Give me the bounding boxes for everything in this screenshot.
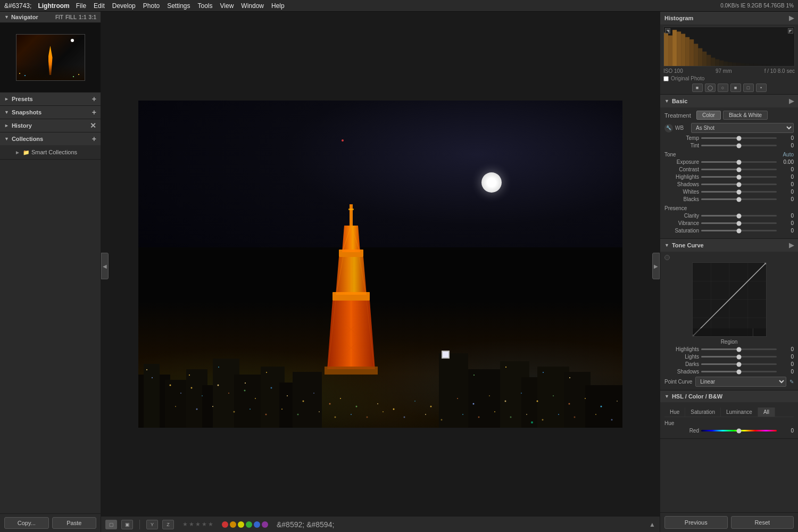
hsl-tab-luminance[interactable]: Luminance bbox=[721, 408, 758, 417]
clarity-slider[interactable] bbox=[701, 215, 777, 217]
menu-photo[interactable]: Photo bbox=[143, 2, 160, 10]
tone-auto-button[interactable]: Auto bbox=[783, 152, 794, 157]
right-panel-toggle[interactable]: ▶ bbox=[652, 253, 660, 279]
whites-slider[interactable] bbox=[701, 191, 777, 193]
hist-mode-4[interactable]: ■ bbox=[730, 84, 741, 92]
histogram-expand[interactable]: ▶ bbox=[789, 14, 794, 22]
highlight-clipping-warning[interactable]: ◤ bbox=[788, 28, 793, 34]
highlights-slider[interactable] bbox=[701, 176, 777, 178]
hsl-tab-saturation[interactable]: Saturation bbox=[685, 408, 721, 417]
blacks-slider[interactable] bbox=[701, 198, 777, 200]
copy-button[interactable]: Copy... bbox=[4, 517, 49, 529]
star-4[interactable]: ★ bbox=[202, 521, 207, 528]
color-label-red[interactable] bbox=[222, 521, 228, 528]
loupe-view-button[interactable]: ▣ bbox=[121, 520, 133, 529]
menu-settings[interactable]: Settings bbox=[167, 2, 190, 10]
point-curve-select[interactable]: Linear Medium Contrast Strong Contrast bbox=[695, 377, 786, 387]
star-1[interactable]: ★ bbox=[182, 521, 188, 528]
presets-label: Presets bbox=[12, 96, 33, 102]
navigator-preview-image[interactable] bbox=[16, 34, 85, 81]
temp-slider[interactable] bbox=[701, 137, 777, 139]
history-header[interactable]: ► History ✕ bbox=[0, 119, 101, 132]
saturation-slider[interactable] bbox=[701, 230, 777, 231]
wb-eyedropper[interactable]: 🔧 bbox=[664, 124, 673, 132]
hist-mode-2[interactable]: ◯ bbox=[705, 84, 716, 92]
nav-prev-arrow[interactable]: &#8592; bbox=[277, 520, 304, 529]
tone-curve-graph[interactable] bbox=[692, 262, 767, 337]
smart-collections-expand[interactable]: ► bbox=[15, 149, 20, 155]
hsl-tab-hue[interactable]: Hue bbox=[664, 408, 685, 417]
menu-develop[interactable]: Develop bbox=[112, 2, 136, 10]
svg-rect-129 bbox=[754, 64, 758, 66]
photo-viewer[interactable] bbox=[101, 12, 660, 516]
shadows-slider[interactable] bbox=[701, 184, 777, 185]
left-panel-toggle[interactable]: ◀ bbox=[101, 253, 109, 279]
collections-add-button[interactable]: + bbox=[92, 135, 96, 143]
tc-shadows-slider[interactable] bbox=[701, 371, 777, 372]
fit-option-1-1[interactable]: 1:1 bbox=[79, 14, 86, 20]
history-clear-button[interactable]: ✕ bbox=[90, 122, 96, 129]
tc-highlights-slider[interactable] bbox=[701, 348, 777, 350]
fit-option-3-1[interactable]: 3:1 bbox=[89, 14, 96, 20]
before-after-button[interactable]: Y bbox=[146, 520, 158, 529]
shadow-clipping-warning[interactable]: ◥ bbox=[665, 28, 670, 34]
paste-button[interactable]: Paste bbox=[52, 517, 97, 529]
star-2[interactable]: ★ bbox=[189, 521, 194, 528]
fit-option-fill[interactable]: FILL bbox=[65, 14, 77, 20]
star-3[interactable]: ★ bbox=[195, 521, 201, 528]
city-lights-dots bbox=[138, 295, 622, 428]
reset-button[interactable]: Reset bbox=[731, 516, 794, 529]
tc-lights-slider[interactable] bbox=[701, 356, 777, 358]
menu-edit[interactable]: Edit bbox=[94, 2, 105, 10]
smart-collections-item[interactable]: ► 📁 Smart Collections bbox=[0, 147, 101, 157]
hist-mode-6[interactable]: • bbox=[756, 84, 767, 92]
fit-option-fit[interactable]: FIT bbox=[55, 14, 63, 20]
filmstrip-expand[interactable]: ▲ bbox=[649, 521, 655, 528]
hist-mode-5[interactable]: □ bbox=[743, 84, 754, 92]
hist-mode-3[interactable]: ○ bbox=[718, 84, 728, 92]
presets-header[interactable]: ► Presets + bbox=[0, 93, 101, 105]
star-5[interactable]: ★ bbox=[208, 521, 213, 528]
menu-tools[interactable]: Tools bbox=[198, 2, 213, 10]
hsl-header[interactable]: ▼ HSL / Color / B&W bbox=[660, 390, 798, 402]
snapshots-header[interactable]: ▼ Snapshots + bbox=[0, 106, 101, 119]
grid-view-button[interactable]: ▢ bbox=[105, 520, 117, 529]
color-label-yellow[interactable] bbox=[238, 521, 244, 528]
bw-treatment-button[interactable]: Black & White bbox=[723, 111, 768, 120]
navigator-header[interactable]: ▼ Navigator FIT FILL 1:1 3:1 bbox=[0, 12, 101, 23]
menu-file[interactable]: File bbox=[76, 2, 86, 10]
collections-header[interactable]: ▼ Collections + bbox=[0, 132, 101, 145]
menu-view[interactable]: View bbox=[220, 2, 234, 10]
apple-menu[interactable]: &#63743; bbox=[4, 2, 31, 10]
presets-add-button[interactable]: + bbox=[92, 95, 96, 103]
tint-slider[interactable] bbox=[701, 145, 777, 146]
color-label-blue[interactable] bbox=[254, 521, 260, 528]
original-photo-checkbox[interactable] bbox=[663, 76, 669, 81]
hist-mode-1[interactable]: ■ bbox=[692, 84, 703, 92]
tone-curve-indicator[interactable] bbox=[664, 255, 670, 260]
basic-expand[interactable]: ▶ bbox=[789, 97, 794, 105]
exposure-slider[interactable] bbox=[701, 161, 777, 163]
red-hue-slider[interactable] bbox=[701, 430, 777, 431]
basic-header[interactable]: ▼ Basic ▶ bbox=[660, 95, 798, 107]
vibrance-slider[interactable] bbox=[701, 222, 777, 224]
tc-darks-slider[interactable] bbox=[701, 363, 777, 365]
histogram-header[interactable]: Histogram ▶ bbox=[660, 12, 798, 24]
hsl-tab-all[interactable]: All bbox=[758, 408, 775, 417]
color-treatment-button[interactable]: Color bbox=[696, 111, 721, 120]
color-label-purple[interactable] bbox=[262, 521, 268, 528]
menu-window[interactable]: Window bbox=[241, 2, 264, 10]
zoom-button[interactable]: Z bbox=[162, 520, 174, 529]
color-label-green[interactable] bbox=[246, 521, 252, 528]
svg-rect-131 bbox=[762, 64, 767, 66]
snapshots-add-button[interactable]: + bbox=[92, 109, 96, 116]
tone-curve-header[interactable]: ▼ Tone Curve ▶ bbox=[660, 239, 798, 252]
tone-curve-expand[interactable]: ▶ bbox=[789, 242, 794, 249]
contrast-slider[interactable] bbox=[701, 169, 777, 170]
wb-select[interactable]: As Shot Auto Daylight Cloudy Shade Tungs… bbox=[691, 123, 794, 133]
previous-button[interactable]: Previous bbox=[664, 516, 728, 529]
nav-next-arrow[interactable]: &#8594; bbox=[306, 520, 334, 529]
menu-help[interactable]: Help bbox=[271, 2, 285, 10]
color-label-orange[interactable] bbox=[230, 521, 236, 528]
point-curve-edit-button[interactable]: ✎ bbox=[789, 379, 794, 385]
